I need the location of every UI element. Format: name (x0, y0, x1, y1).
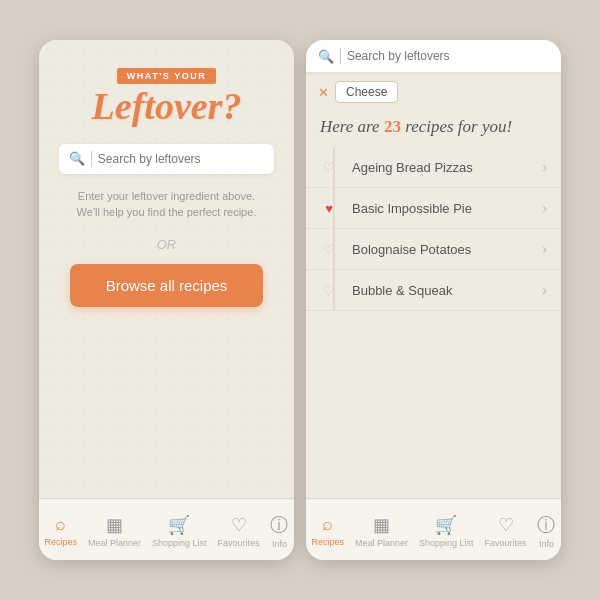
nav-item-recipes[interactable]: ⌕ Recipes (44, 514, 77, 547)
results-suffix: recipes for you! (401, 117, 512, 136)
info-icon-r: ⓘ (537, 513, 555, 537)
recipe-name: Bolognaise Potatoes (352, 242, 542, 257)
nav-label-meal-planner: Meal Planner (88, 538, 141, 548)
search-divider (91, 151, 92, 167)
app-container: WHAT'S YOUR Leftover? 🔍 Enter your lefto… (19, 20, 581, 580)
results-prefix: Here are (320, 117, 384, 136)
favourite-button[interactable]: ♡ (320, 240, 338, 258)
heart-empty-icon: ♡ (323, 242, 335, 257)
recipes-icon-r: ⌕ (322, 514, 333, 535)
nav-item-info[interactable]: ⓘ Info (270, 513, 288, 549)
nav-label-meal-planner-r: Meal Planner (355, 538, 408, 548)
meal-planner-icon: ▦ (106, 514, 123, 536)
recipe-name: Ageing Bread Pizzas (352, 160, 542, 175)
nav-item-shopping-list-r[interactable]: 🛒 Shopping List (419, 514, 474, 548)
or-label: OR (157, 237, 177, 252)
left-phone-content: WHAT'S YOUR Leftover? 🔍 Enter your lefto… (39, 40, 294, 498)
left-phone: WHAT'S YOUR Leftover? 🔍 Enter your lefto… (39, 40, 294, 560)
nav-label-favourites-r: Favourites (484, 538, 526, 548)
chevron-right-icon: › (542, 282, 547, 298)
favourites-icon: ♡ (231, 514, 247, 536)
search-icon: 🔍 (69, 151, 85, 166)
heart-empty-icon: ♡ (323, 160, 335, 175)
search-bar-right[interactable]: 🔍 (306, 40, 561, 73)
nav-label-info-r: Info (539, 539, 554, 549)
results-header: Here are 23 recipes for you! (306, 111, 561, 147)
nav-label-favourites: Favourites (217, 538, 259, 548)
nav-label-shopping-list: Shopping List (152, 538, 207, 548)
nav-label-recipes-r: Recipes (311, 537, 344, 547)
heart-filled-icon: ♥ (325, 201, 333, 216)
meal-planner-icon-r: ▦ (373, 514, 390, 536)
chevron-right-icon: › (542, 159, 547, 175)
chevron-right-icon: › (542, 241, 547, 257)
tag-row: ✕ Cheese (306, 73, 561, 111)
recipe-name: Bubble & Squeak (352, 283, 542, 298)
nav-item-favourites[interactable]: ♡ Favourites (217, 514, 259, 548)
search-input-right[interactable] (347, 49, 549, 63)
banner-label: WHAT'S YOUR (117, 68, 216, 84)
recipes-icon: ⌕ (55, 514, 66, 535)
nav-label-shopping-list-r: Shopping List (419, 538, 474, 548)
app-title: Leftover? (92, 86, 242, 128)
tag-cheese[interactable]: Cheese (335, 81, 398, 103)
recipe-item[interactable]: ♥ Basic Impossible Pie › (306, 188, 561, 229)
search-divider-right (340, 48, 341, 64)
shopping-list-icon: 🛒 (168, 514, 190, 536)
search-hint: Enter your leftover ingredient above. We… (77, 188, 257, 221)
right-phone: 🔍 ✕ Cheese Here are 23 recipes for you! … (306, 40, 561, 560)
search-bar-left[interactable]: 🔍 (59, 144, 274, 174)
recipe-list: ♡ Ageing Bread Pizzas › ♥ Basic Impossib… (306, 147, 561, 498)
heart-empty-icon: ♡ (323, 283, 335, 298)
search-icon-right: 🔍 (318, 49, 334, 64)
recipe-item[interactable]: ♡ Bubble & Squeak › (306, 270, 561, 311)
favourite-button[interactable]: ♥ (320, 199, 338, 217)
recipe-item[interactable]: ♡ Ageing Bread Pizzas › (306, 147, 561, 188)
nav-item-shopping-list[interactable]: 🛒 Shopping List (152, 514, 207, 548)
chevron-right-icon: › (542, 200, 547, 216)
nav-label-info: Info (272, 539, 287, 549)
nav-item-favourites-r[interactable]: ♡ Favourites (484, 514, 526, 548)
right-phone-content: 🔍 ✕ Cheese Here are 23 recipes for you! … (306, 40, 561, 498)
info-icon: ⓘ (270, 513, 288, 537)
recipe-item[interactable]: ♡ Bolognaise Potatoes › (306, 229, 561, 270)
browse-all-button[interactable]: Browse all recipes (70, 264, 264, 307)
nav-label-recipes: Recipes (44, 537, 77, 547)
results-count: 23 (384, 117, 401, 136)
tag-close-button[interactable]: ✕ (318, 85, 329, 100)
nav-item-meal-planner-r[interactable]: ▦ Meal Planner (355, 514, 408, 548)
nav-item-recipes-r[interactable]: ⌕ Recipes (311, 514, 344, 547)
favourites-icon-r: ♡ (498, 514, 514, 536)
shopping-list-icon-r: 🛒 (435, 514, 457, 536)
nav-item-meal-planner[interactable]: ▦ Meal Planner (88, 514, 141, 548)
bottom-nav-left: ⌕ Recipes ▦ Meal Planner 🛒 Shopping List… (39, 498, 294, 560)
favourite-button[interactable]: ♡ (320, 281, 338, 299)
search-input-left[interactable] (98, 152, 264, 166)
nav-item-info-r[interactable]: ⓘ Info (537, 513, 555, 549)
recipe-name: Basic Impossible Pie (352, 201, 542, 216)
favourite-button[interactable]: ♡ (320, 158, 338, 176)
bottom-nav-right: ⌕ Recipes ▦ Meal Planner 🛒 Shopping List… (306, 498, 561, 560)
